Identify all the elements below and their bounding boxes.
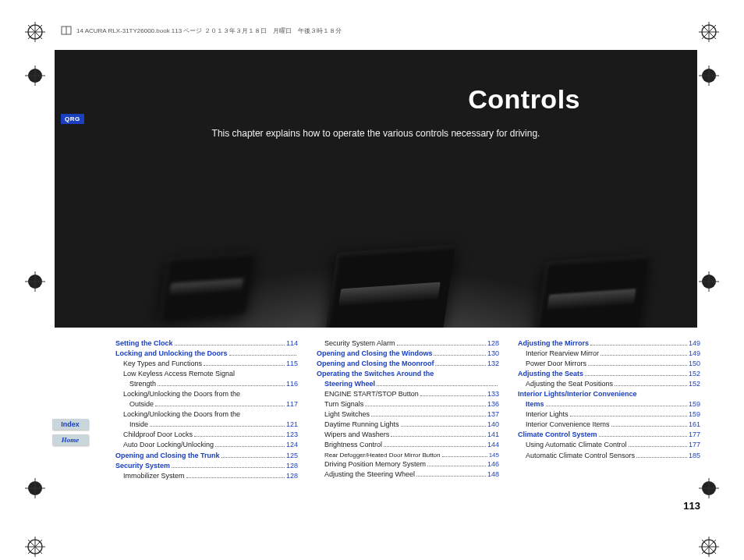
toc-entry[interactable]: Steering Wheel	[317, 379, 499, 389]
toc-label: Interior Lights/Interior Convenience	[518, 389, 637, 399]
toc-entry[interactable]: Inside121	[115, 420, 298, 430]
toc-entry[interactable]: Opening and Closing the Trunk125	[115, 451, 298, 461]
toc-leader-dots	[546, 406, 687, 406]
toc-leader-dots	[175, 345, 285, 346]
toc-label: ENGINE START/STOP Button	[324, 389, 419, 399]
toc-label: Interior Convenience Items	[526, 420, 610, 430]
toc-leader-dots	[590, 345, 687, 346]
toc-leader-dots	[427, 466, 486, 466]
toc-label: Immobilizer System	[123, 471, 185, 481]
toc-page: 140	[487, 420, 499, 430]
toc-entry[interactable]: Using Automatic Climate Control177	[518, 440, 700, 450]
toc-entry[interactable]: Auto Door Locking/Unlocking124	[115, 440, 298, 450]
toc-entry[interactable]: Key Types and Functions115	[115, 359, 298, 369]
crop-mark-icon	[699, 22, 719, 42]
toc-page: 133	[487, 389, 499, 399]
toc-entry[interactable]: Daytime Running Lights140	[317, 420, 499, 430]
crop-mark-icon	[25, 66, 45, 86]
toc-entry[interactable]: ENGINE START/STOP Button133	[317, 389, 499, 399]
toc-page: 152	[689, 379, 700, 389]
toc-label: Steering Wheel	[324, 379, 375, 389]
qrg-badge[interactable]: QRG	[61, 114, 84, 124]
toc-page: 125	[286, 451, 298, 461]
toc-label: Key Types and Functions	[123, 359, 202, 369]
crop-mark-icon	[25, 22, 45, 42]
toc-entry[interactable]: Turn Signals136	[317, 399, 499, 409]
toc-entry[interactable]: Adjusting the Seat Positions152	[518, 379, 700, 389]
toc-leader-dots	[615, 385, 687, 386]
toc-entry[interactable]: Interior Lights159	[518, 409, 700, 420]
toc-label: Setting the Clock	[115, 338, 173, 349]
toc-entry[interactable]: Outside117	[115, 399, 298, 409]
toc-page: 177	[689, 430, 700, 440]
toc-label: Inside	[129, 420, 148, 430]
toc-entry[interactable]: Interior Convenience Items161	[518, 420, 700, 430]
toc-entry[interactable]: Locking/Unlocking the Doors from the	[115, 409, 298, 420]
toc-page: 145	[489, 451, 499, 460]
toc-entry[interactable]: Immobilizer System128	[115, 471, 298, 481]
toc-label: Interior Lights	[526, 409, 569, 420]
toc-entry[interactable]: Wipers and Washers141	[317, 430, 499, 440]
toc-leader-dots	[585, 375, 687, 376]
toc-leader-dots	[588, 365, 687, 366]
toc-leader-dots	[215, 446, 285, 447]
page-subtitle: This chapter explains how to operate the…	[55, 128, 697, 139]
toc-entry[interactable]: Locking/Unlocking the Doors from the	[115, 389, 298, 399]
toc-leader-dots	[229, 355, 296, 356]
toc-label: Rear Defogger/Heated Door Mirror Button	[324, 451, 441, 460]
toc-page: 115	[286, 359, 298, 369]
hero-image: QRG Controls This chapter explains how t…	[55, 50, 697, 328]
page-title: Controls	[55, 84, 580, 115]
index-button[interactable]: Index	[52, 419, 88, 430]
rocker-switch-icon	[159, 250, 255, 318]
toc-entry[interactable]: Low Keyless Access Remote Signal	[115, 369, 298, 379]
toc-label: Adjusting the Steering Wheel	[324, 470, 415, 480]
toc-leader-dots	[221, 457, 285, 458]
crop-mark-icon	[25, 537, 45, 557]
toc-label: Light Switches	[324, 409, 370, 420]
toc-leader-dots	[416, 476, 486, 477]
toc-entry[interactable]: Opening and Closing the Windows130	[317, 349, 499, 359]
toc-leader-dots	[186, 477, 285, 478]
toc-entry[interactable]: Locking and Unlocking the Doors	[115, 349, 298, 359]
svg-point-27	[702, 540, 716, 554]
toc-entry[interactable]: Rear Defogger/Heated Door Mirror Button1…	[317, 451, 499, 460]
toc-entry[interactable]: Adjusting the Mirrors149	[518, 338, 700, 349]
toc-entry[interactable]: Strength116	[115, 379, 298, 389]
crop-mark-icon	[699, 66, 719, 86]
toc-page: 114	[286, 338, 298, 349]
toc-entry[interactable]: Brightness Control144	[317, 440, 499, 450]
toc-entry[interactable]: Setting the Clock114	[115, 338, 298, 349]
toc-entry[interactable]: Adjusting the Seats152	[518, 369, 700, 379]
toc-entry[interactable]: Interior Rearview Mirror149	[518, 349, 700, 359]
toc-label: Using Automatic Climate Control	[526, 440, 627, 450]
home-button[interactable]: Home	[52, 434, 88, 445]
toc-page: 185	[689, 451, 700, 461]
toc-entry[interactable]: Adjusting the Steering Wheel148	[317, 470, 499, 480]
toc-entry[interactable]: Light Switches137	[317, 409, 499, 420]
toc-entry[interactable]: Opening and Closing the Moonroof132	[317, 359, 499, 369]
toc-leader-dots	[611, 426, 687, 427]
toc-entry[interactable]: Items159	[518, 399, 700, 409]
toc-entry[interactable]: Automatic Climate Control Sensors185	[518, 451, 700, 461]
toc-entry[interactable]: Operating the Switches Around the	[317, 369, 499, 379]
toc-entry[interactable]: Security System128	[115, 461, 298, 471]
toc-page: 136	[487, 399, 499, 409]
toc-entry[interactable]: Driving Position Memory System146	[317, 459, 499, 470]
toc-entry[interactable]: Childproof Door Locks123	[115, 430, 298, 440]
toc-label: Adjusting the Seat Positions	[526, 379, 613, 389]
toc-leader-dots	[629, 446, 687, 447]
toc-leader-dots	[155, 406, 285, 406]
toc-leader-dots	[434, 355, 486, 356]
toc-entry[interactable]: Climate Control System177	[518, 430, 700, 440]
toc-entry[interactable]: Power Door Mirrors150	[518, 359, 700, 369]
toc-label: Items	[526, 399, 544, 409]
toc-leader-dots	[384, 446, 486, 447]
toc-column: Setting the Clock114Locking and Unlockin…	[115, 338, 298, 481]
toc-label: Strength	[129, 379, 156, 389]
toc-entry[interactable]: Security System Alarm128	[317, 338, 499, 349]
toc-label: Opening and Closing the Windows	[317, 349, 432, 359]
toc-page: 116	[286, 379, 298, 389]
toc-page: 148	[487, 470, 499, 480]
toc-entry[interactable]: Interior Lights/Interior Convenience	[518, 389, 700, 399]
